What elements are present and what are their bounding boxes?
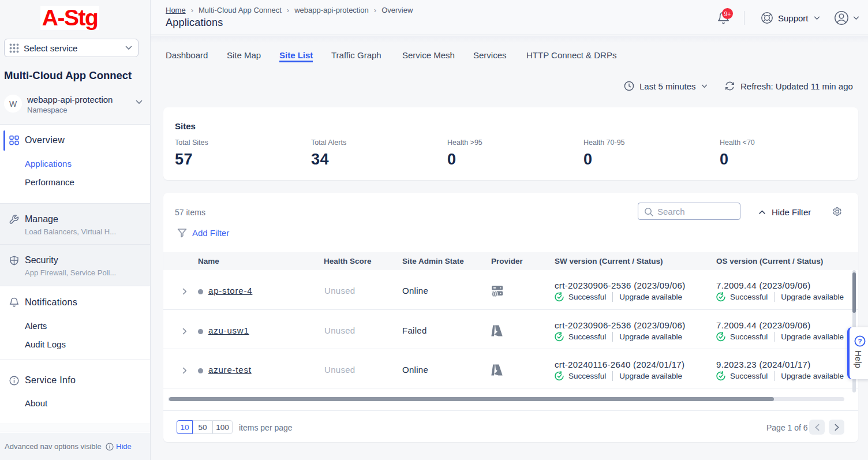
svg-text:?: ?	[858, 338, 862, 345]
